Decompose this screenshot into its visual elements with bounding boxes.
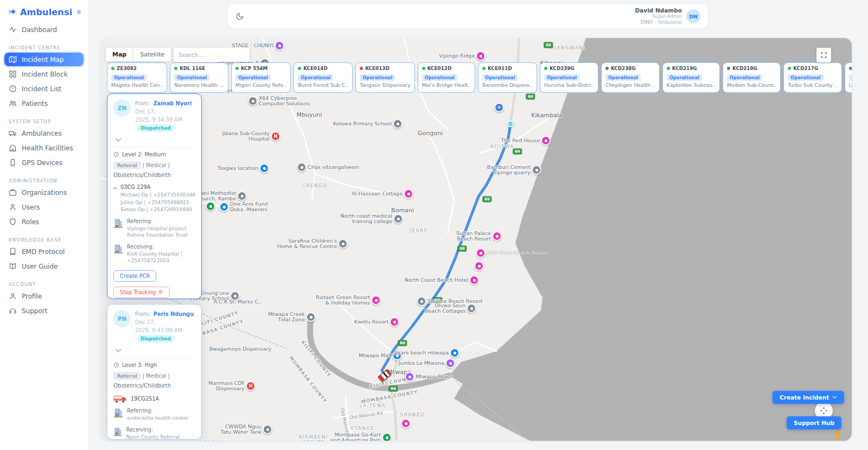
sidebar-item-organizations[interactable]: Organizations bbox=[4, 186, 84, 199]
crew-member: Julius Op | +254795498921 bbox=[120, 199, 195, 206]
vehicle-card[interactable]: KCD219GOperationalKapteldon Subcou.. bbox=[662, 62, 720, 93]
facility-name: Naromoru Health ... bbox=[174, 82, 224, 88]
status-dot-red bbox=[360, 67, 363, 70]
support-hub-button[interactable]: Support Hub bbox=[787, 416, 841, 429]
user-menu[interactable]: David Ndambo Super-Admin EMKF - Ambulens… bbox=[635, 8, 700, 26]
dark-mode-toggle-icon[interactable] bbox=[235, 12, 244, 21]
vehicle-status-badge: Operational bbox=[174, 74, 209, 81]
vehicle-card[interactable]: KCE014DOperationalBurnt Forest Sub C.. bbox=[293, 62, 353, 93]
location-pin-icon bbox=[158, 289, 163, 295]
map-search-input[interactable] bbox=[174, 48, 250, 62]
route-start-dot bbox=[507, 121, 514, 128]
incident-map-canvas[interactable]: MbuyuniGongoniKikambalaKibaoniBomaniMtwa… bbox=[100, 38, 852, 441]
sidebar-section-title: SYSTEM SETUP bbox=[9, 119, 88, 124]
map-type-satellite[interactable]: Satellite bbox=[133, 48, 171, 61]
map-icon bbox=[9, 55, 17, 64]
vehicle-card[interactable]: KCP 554MOperationalMigori County Refe.. bbox=[231, 62, 291, 93]
sidebar-item-users[interactable]: Users bbox=[4, 200, 84, 214]
vehicle-card[interactable]: KCE013DOperationalTangasir Dispensary bbox=[355, 62, 415, 93]
vehicle-id: KCP 554M bbox=[241, 66, 268, 71]
sidebar-item-patients[interactable]: Patients bbox=[4, 97, 84, 110]
sidebar-item-label: Roles bbox=[22, 218, 39, 226]
vehicle-card[interactable]: KCD217GOperationalTurbo Sub County .. bbox=[783, 62, 841, 93]
create-pcr-button[interactable]: Create PCR bbox=[113, 270, 156, 282]
ocean bbox=[449, 38, 852, 441]
sidebar-item-label: Health Facilities bbox=[22, 144, 73, 152]
sidebar-item-support[interactable]: Support bbox=[4, 304, 84, 318]
priority-level: Level 3: High bbox=[122, 362, 157, 368]
vehicle-status-badge: Operational bbox=[544, 74, 579, 81]
fullscreen-button[interactable] bbox=[816, 48, 831, 62]
sidebar-item-label: GPS Devices bbox=[22, 159, 62, 167]
hospital-building-icon bbox=[113, 218, 123, 228]
facility-name: Migori County Refe.. bbox=[235, 82, 286, 88]
vehicle-status-badge: Operational bbox=[235, 74, 271, 81]
caller-name[interactable]: Zainab Nyori bbox=[154, 100, 192, 106]
avatar: ZN bbox=[113, 99, 131, 117]
sidebar-item-incident-map[interactable]: Incident Map bbox=[4, 53, 84, 66]
vehicle-status-badge: Operational bbox=[298, 74, 333, 81]
incident-card: ZN From: Zainab Nyori Dec 17, 2025, 9:34… bbox=[107, 93, 202, 299]
vehicle-card[interactable]: ZE3082OperationalMageta Health Cen.. bbox=[107, 62, 167, 93]
vehicle-id-row: KCD217G bbox=[788, 66, 837, 71]
vehicle-id: KDL 116E bbox=[180, 66, 205, 71]
vehicle-card[interactable]: KCE011DOperationalBarsombe Dispens.. bbox=[478, 62, 537, 93]
map-base-layer bbox=[100, 38, 852, 441]
ambulance-icon bbox=[113, 395, 127, 403]
sidebar-item-dashboard[interactable]: Dashboard bbox=[4, 23, 84, 36]
chevron-down-icon[interactable] bbox=[115, 134, 123, 144]
sidebar-item-ambulances[interactable]: Ambulances bbox=[4, 126, 84, 140]
referring-label: Referring: bbox=[127, 408, 188, 414]
chevron-down-icon[interactable] bbox=[115, 345, 123, 355]
support-hub-label: Support Hub bbox=[794, 420, 834, 426]
chevron-down-icon bbox=[832, 396, 837, 399]
receiving-facility: Kilifi County Hospital | bbox=[127, 251, 182, 258]
receiving-label: Receiving: bbox=[126, 427, 195, 433]
sidebar-item-profile[interactable]: Profile bbox=[4, 289, 84, 303]
status-dot-green bbox=[422, 67, 425, 70]
openbook-icon bbox=[9, 262, 17, 270]
sidebar-item-incident-list[interactable]: Incident List bbox=[4, 82, 84, 96]
from-label: From: bbox=[135, 100, 150, 106]
receiving-label: Receiving: bbox=[127, 244, 182, 250]
from-label: From: bbox=[135, 311, 150, 317]
incident-date: Dec 17, bbox=[135, 319, 156, 325]
incident-tags: Referral | Medical | Obstetrics/Childbir… bbox=[113, 161, 195, 179]
caller-name[interactable]: Peris Ndungu bbox=[154, 311, 194, 317]
vehicle-card[interactable]: KCD239GOperationalHuruma Sub-Distri.. bbox=[540, 62, 598, 93]
status-dot-gray bbox=[849, 67, 852, 70]
vehicle-card[interactable]: KCA 202FOperationalUriri Sub County H.. bbox=[845, 62, 852, 93]
vehicle-id: KCD239G bbox=[550, 66, 575, 71]
vehicle-card[interactable]: KCE012DOperationalMoi's Bridge Healt.. bbox=[418, 62, 475, 93]
tag-medical: | Medical | bbox=[143, 162, 170, 168]
vehicle-card[interactable]: KDL 116EOperationalNaromoru Health ... bbox=[170, 62, 228, 93]
vehicle-status-badge: Operational bbox=[422, 74, 457, 81]
status-dot-green bbox=[544, 67, 547, 70]
map-type-map[interactable]: Map bbox=[106, 48, 133, 61]
sidebar-item-user-guide[interactable]: User Guide bbox=[4, 259, 84, 273]
vehicle-status-badge: Operational bbox=[482, 74, 518, 81]
sidebar-nav: DashboardINCIDENT CENTREIncident MapInci… bbox=[0, 21, 88, 320]
stop-tracking-button[interactable]: Stop Tracking bbox=[113, 287, 170, 298]
vehicle-id-row: KCD219G bbox=[667, 66, 716, 71]
ambulensi-logo-icon bbox=[9, 7, 16, 17]
vehicle-id-row: KCE013D bbox=[360, 66, 411, 71]
collapse-sidebar-icon[interactable] bbox=[76, 8, 81, 16]
alert-icon bbox=[9, 85, 17, 93]
tag-subcategory: Obstetrics/Childbirth bbox=[113, 171, 195, 179]
vehicle-card[interactable]: KCD238GOperationalChepkigen Health .. bbox=[601, 62, 660, 93]
sidebar-item-roles[interactable]: Roles bbox=[4, 215, 84, 229]
avatar: PN bbox=[113, 310, 131, 327]
sidebar-item-emd-protocol[interactable]: EMD Protocol bbox=[4, 245, 84, 258]
sidebar-item-gps-devices[interactable]: GPS Devices bbox=[4, 156, 84, 169]
sidebar-item-incident-block[interactable]: Incident Block bbox=[4, 67, 84, 81]
facility-name: Kapteldon Subcou.. bbox=[667, 82, 716, 88]
incident-time: 2025, 9:34:39 AM bbox=[135, 117, 182, 123]
sidebar-item-health-facilities[interactable]: Health Facilities bbox=[4, 141, 84, 155]
vehicle-id-row: KCE014D bbox=[298, 66, 348, 71]
vehicle-card[interactable]: KCD218GOperationalMoiben Sub-Count.. bbox=[723, 62, 781, 93]
create-pcr-label: Create PCR bbox=[120, 273, 150, 279]
user-icon bbox=[9, 292, 17, 300]
status-badge: Dispatched bbox=[137, 335, 175, 343]
create-incident-button[interactable]: Create Incident bbox=[773, 391, 844, 404]
